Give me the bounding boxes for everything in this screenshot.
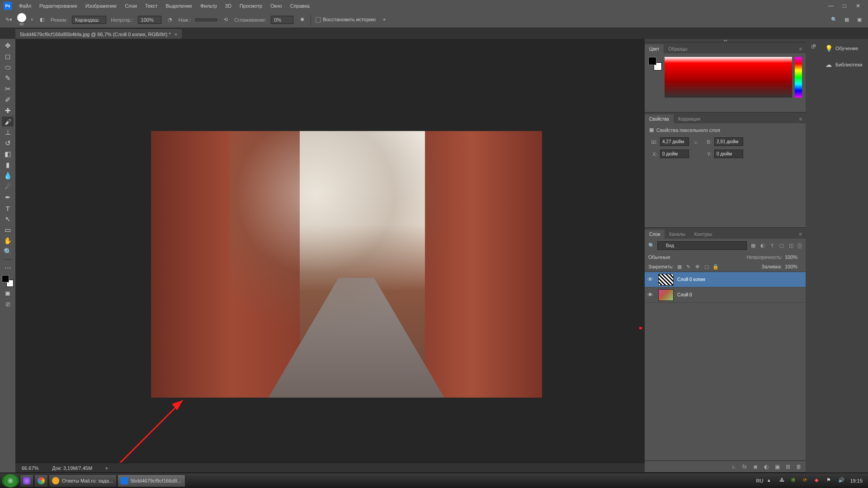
- lasso-tool[interactable]: ⬭: [2, 62, 14, 72]
- group-icon[interactable]: ▣: [774, 464, 780, 470]
- start-button[interactable]: [2, 474, 19, 488]
- lock-transparency-icon[interactable]: ▦: [676, 263, 683, 270]
- smoothing-gear-icon[interactable]: ✱: [298, 16, 306, 24]
- menu-view[interactable]: Просмотр: [236, 1, 266, 10]
- menu-filter[interactable]: Фильтр: [197, 1, 221, 10]
- layer-name[interactable]: Слой 0: [677, 292, 692, 297]
- lock-position-icon[interactable]: ✥: [694, 263, 701, 270]
- tab-adjustments[interactable]: Коррекция: [674, 114, 705, 123]
- color-field[interactable]: [665, 57, 792, 98]
- tab-properties[interactable]: Свойства: [645, 114, 674, 123]
- frame-icon[interactable]: ▣: [855, 16, 863, 24]
- menu-window[interactable]: Окно: [267, 1, 286, 10]
- menu-image[interactable]: Изображение: [82, 1, 120, 10]
- properties-panel-menu-icon[interactable]: ≡: [796, 114, 806, 123]
- menu-select[interactable]: Выделение: [162, 1, 196, 10]
- visibility-icon[interactable]: 👁: [647, 276, 655, 283]
- close-tab-icon[interactable]: ×: [175, 32, 177, 37]
- brush-preview[interactable]: 62: [17, 13, 26, 26]
- menu-edit[interactable]: Редактирование: [36, 1, 81, 10]
- eyedropper-tool[interactable]: ✐: [2, 95, 14, 105]
- lock-artboard-icon[interactable]: ▢: [703, 263, 710, 270]
- tab-paths[interactable]: Контуры: [690, 230, 717, 239]
- libraries-panel-button[interactable]: ☁Библиотеки: [821, 58, 868, 71]
- delete-layer-icon[interactable]: 🗑: [796, 464, 802, 470]
- visibility-icon[interactable]: 👁: [647, 291, 655, 298]
- tray-flag-icon[interactable]: ⚑: [826, 477, 834, 484]
- adjustment-layer-icon[interactable]: ◐: [763, 464, 769, 470]
- blur-tool[interactable]: 💧: [2, 171, 14, 181]
- flow-select[interactable]: [195, 19, 217, 21]
- filter-toggle[interactable]: [797, 243, 802, 249]
- tray-app-icon[interactable]: ◆: [815, 477, 822, 484]
- menu-help[interactable]: Справка: [287, 1, 313, 10]
- dodge-tool[interactable]: ☄: [2, 182, 14, 192]
- tray-network-icon[interactable]: 🖧: [779, 477, 787, 484]
- panel-grip[interactable]: ◂◂: [645, 39, 806, 42]
- x-field[interactable]: 0 дюйм: [660, 150, 689, 158]
- marquee-tool[interactable]: ◻: [2, 52, 14, 61]
- layer-thumbnail[interactable]: [658, 289, 674, 301]
- opacity-select[interactable]: 100%: [138, 16, 161, 24]
- layer-thumbnail[interactable]: [658, 274, 674, 286]
- eraser-tool[interactable]: ◧: [2, 149, 14, 159]
- edit-toolbar-icon[interactable]: ⋯: [2, 263, 14, 272]
- search-icon[interactable]: 🔍: [830, 16, 838, 24]
- filter-adjust-icon[interactable]: ◐: [759, 242, 766, 249]
- hue-slider[interactable]: [795, 57, 802, 98]
- shape-tool[interactable]: ▭: [2, 225, 14, 235]
- menu-layer[interactable]: Слои: [121, 1, 141, 10]
- layers-panel-menu-icon[interactable]: ≡: [796, 230, 806, 239]
- taskbar-app-browser[interactable]: Ответы Mail.ru: зада...: [49, 474, 117, 487]
- layer-mask-icon[interactable]: ◙: [752, 464, 759, 470]
- lock-all-icon[interactable]: 🔒: [712, 263, 719, 270]
- layer-fx-icon[interactable]: fx: [741, 464, 748, 470]
- layer-row[interactable]: 👁 Слой 0 копия: [645, 272, 806, 287]
- maximize-button[interactable]: □: [838, 2, 851, 10]
- gradient-tool[interactable]: ▮: [2, 160, 14, 170]
- brush-tool[interactable]: 🖌: [2, 117, 14, 127]
- mode-select[interactable]: Карандаш: [72, 16, 106, 24]
- color-panel-menu-icon[interactable]: ≡: [796, 44, 806, 53]
- new-layer-icon[interactable]: ⊞: [785, 464, 791, 470]
- restore-history-checkbox[interactable]: Восстановить историю: [316, 17, 376, 23]
- panel-icon-85[interactable]: 🗗: [808, 42, 819, 52]
- path-select-tool[interactable]: ↖: [2, 214, 14, 224]
- quick-mask-tool[interactable]: ◙: [2, 288, 14, 298]
- screen-mode-tool[interactable]: ⎚: [2, 299, 14, 309]
- link-layers-icon[interactable]: ⟀: [731, 464, 737, 470]
- color-fgbg[interactable]: [648, 57, 662, 70]
- healing-tool[interactable]: ✚: [2, 106, 14, 116]
- search-filter-icon[interactable]: 🔍: [648, 243, 655, 249]
- document-tab[interactable]: 5bdd4679cf9cf166d85b4bfa.jpg @ 66,7% (Сл…: [15, 29, 182, 39]
- tray-lang[interactable]: RU: [756, 478, 764, 483]
- history-brush-tool[interactable]: ↺: [2, 138, 14, 148]
- crop-tool[interactable]: ✂: [2, 84, 14, 94]
- lock-image-icon[interactable]: ✎: [685, 263, 692, 270]
- layer-name[interactable]: Слой 0 копия: [677, 277, 705, 282]
- tab-swatches[interactable]: Образцы: [664, 44, 692, 53]
- menu-3d[interactable]: 3D: [222, 1, 235, 10]
- color-swatches[interactable]: [2, 275, 14, 287]
- smoothing-select[interactable]: 0%: [271, 16, 293, 24]
- height-field[interactable]: 2,91 дюйм: [714, 137, 743, 146]
- filter-shape-icon[interactable]: ▢: [778, 242, 785, 249]
- link-wh-icon[interactable]: ⟀: [692, 138, 701, 146]
- layer-row[interactable]: 👁 Слой 0: [645, 287, 806, 303]
- blend-mode-select[interactable]: Обычные: [648, 254, 744, 260]
- tray-av-icon[interactable]: ⛨: [791, 477, 798, 484]
- quick-select-tool[interactable]: ✎: [2, 73, 14, 83]
- fill-select[interactable]: 100%: [785, 264, 802, 269]
- menu-type[interactable]: Текст: [142, 1, 161, 10]
- menu-file[interactable]: Файл: [15, 1, 35, 10]
- tray-volume-icon[interactable]: 🔊: [838, 477, 845, 484]
- tray-expand-icon[interactable]: ▴: [768, 477, 775, 484]
- taskbar-app-photoshop[interactable]: 5bdd4679cf9cf166d8...: [118, 474, 185, 487]
- filter-type-icon[interactable]: T: [769, 242, 776, 249]
- tab-layers[interactable]: Слои: [645, 230, 665, 239]
- hand-tool[interactable]: ✋: [2, 236, 14, 246]
- filter-smart-icon[interactable]: ◫: [788, 242, 795, 249]
- y-field[interactable]: 0 дюйм: [714, 150, 743, 158]
- zoom-tool[interactable]: 🔍: [2, 247, 14, 257]
- move-tool[interactable]: ✥: [2, 41, 14, 51]
